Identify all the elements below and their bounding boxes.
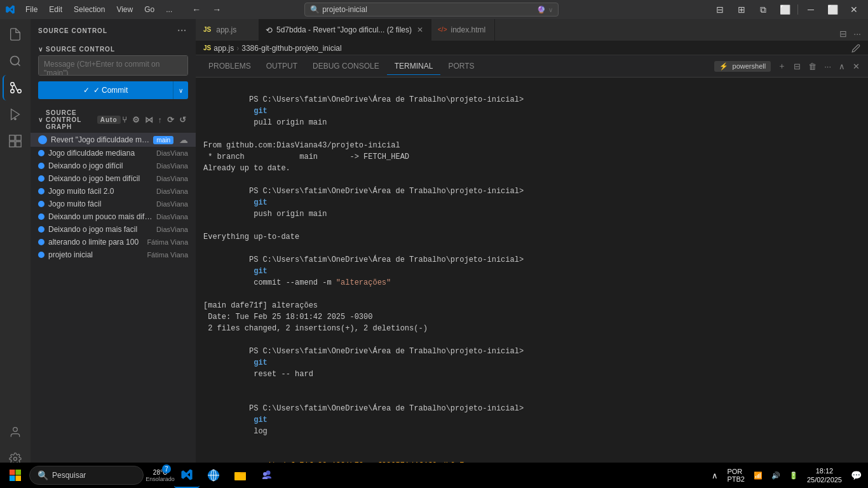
taskbar-browser-app[interactable] <box>201 463 226 488</box>
scg-merge-icon[interactable]: ⋈ <box>144 114 155 126</box>
taskbar-vscode-app[interactable] <box>174 463 200 488</box>
tab-bar: JS app.js ⟲ 5d7bdda - Revert "Jogo dific… <box>196 19 868 41</box>
graph-item-4[interactable]: Jogo muito fácil 2.0 DiasViana <box>31 185 196 198</box>
scg-upload2-icon[interactable]: ⟳ <box>166 114 176 126</box>
breadcrumb-right <box>851 44 860 53</box>
terminal-line-3: * branch main -> FETCH_HEAD <box>203 151 860 163</box>
scg-refresh-icon[interactable]: ↺ <box>178 114 188 126</box>
taskbar-teams-app[interactable] <box>254 463 280 488</box>
breadcrumb: JS app.js › 3386-git-github-projeto_inic… <box>196 41 868 55</box>
explorer-activity-icon[interactable] <box>3 22 28 47</box>
taskbar-keyboard-icon[interactable]: PORPTB2 <box>723 463 749 488</box>
tab-label-app-js: app.js <box>216 25 236 34</box>
tab-revert[interactable]: ⟲ 5d7bdda - Revert "Jogo dificul... (2 f… <box>259 19 431 41</box>
taskbar-file-explorer-app[interactable] <box>227 463 253 488</box>
nav-forward-button[interactable]: → <box>208 1 226 18</box>
sidebar-more-icon[interactable]: ··· <box>176 24 188 37</box>
kill-terminal-icon[interactable]: 🗑 <box>805 60 820 73</box>
split-editor-icon[interactable]: ⊟ <box>837 27 849 41</box>
layout-icon-3[interactable]: ⧉ <box>754 1 772 18</box>
menu-view[interactable]: View <box>111 3 138 16</box>
panel-close-icon[interactable]: ✕ <box>850 60 863 73</box>
svg-rect-9 <box>16 135 21 140</box>
tab-debug-console[interactable]: DEBUG CONSOLE <box>305 58 387 75</box>
breadcrumb-filename[interactable]: app.js <box>214 44 234 53</box>
terminal-instance-label[interactable]: ⚡ powershell <box>714 61 771 72</box>
graph-item-0[interactable]: Revert "Jogo dificuldade mediana"... mai… <box>31 133 196 147</box>
tab-icon-app-js: JS <box>202 26 212 33</box>
new-terminal-icon[interactable]: ＋ <box>775 58 789 74</box>
layout-icon-2[interactable]: ⊞ <box>733 1 750 18</box>
graph-item-2[interactable]: Deixando o jogo difícil DiasViana <box>31 159 196 172</box>
commit-message-input[interactable] <box>38 55 188 76</box>
taskbar-notification-center[interactable]: 💬 <box>847 463 865 488</box>
graph-item-3[interactable]: Deixando o jogo bem difícil DiasViana <box>31 172 196 185</box>
maximize-button[interactable]: ⬜ <box>824 1 841 18</box>
menu-edit[interactable]: Edit <box>44 3 67 16</box>
tab-output[interactable]: OUTPUT <box>259 58 305 75</box>
search-activity-icon[interactable] <box>3 48 28 74</box>
main-layout: SOURCE CONTROL ··· ∨ SOURCE CONTROL ✓ ✓ … <box>0 19 868 474</box>
graph-item-1[interactable]: Jogo dificuldade mediana DiasViana <box>31 147 196 159</box>
terminal-more-icon[interactable]: ··· <box>821 60 834 73</box>
taskbar-battery-icon[interactable]: 🔋 <box>785 463 802 488</box>
scg-upload-icon[interactable]: ↑ <box>157 114 165 126</box>
account-activity-icon[interactable] <box>3 419 28 445</box>
graph-item-6[interactable]: Deixando um pouco mais difícil DiasViana <box>31 210 196 223</box>
taskbar-search[interactable]: 🔍 Pesquisar <box>29 466 144 485</box>
start-button[interactable] <box>3 463 28 488</box>
svg-point-3 <box>11 90 15 93</box>
tab-terminal[interactable]: TERMINAL <box>387 58 441 75</box>
scg-header[interactable]: ∨ SOURCE CONTROL GRAPH Auto ⑂ ⚙ ⋈ ↑ ⟳ ↺ <box>31 107 196 133</box>
graph-item-text-3: Deixando o jogo bem difícil <box>48 174 153 183</box>
graph-item-9[interactable]: projeto inicial Fátima Viana <box>31 248 196 261</box>
close-button[interactable]: ✕ <box>845 1 863 18</box>
taskbar-tray-icons[interactable]: ∧ <box>708 463 722 488</box>
graph-author-4: DiasViana <box>156 187 188 195</box>
scg-settings-icon[interactable]: ⚙ <box>131 114 142 126</box>
taskbar-sound-icon[interactable]: 🔊 <box>768 463 784 488</box>
svg-point-7 <box>14 118 17 121</box>
layout-icon-1[interactable]: ⊟ <box>711 1 729 18</box>
minimize-button[interactable]: ─ <box>802 1 820 18</box>
tab-close-revert[interactable]: ✕ <box>416 25 424 35</box>
tab-app-js[interactable]: JS app.js <box>196 19 259 41</box>
source-control-activity-icon[interactable] <box>3 75 28 100</box>
taskbar-weather-desc: Ensolarado <box>146 476 175 482</box>
checkmark-icon: ✓ <box>83 86 90 95</box>
layout-icon-4[interactable]: ⬜ <box>776 1 794 18</box>
commit-arrow-button[interactable]: ∨ <box>173 81 188 99</box>
menu-go[interactable]: Go <box>139 3 159 16</box>
menu-file[interactable]: File <box>20 3 43 16</box>
menu-selection[interactable]: Selection <box>69 3 110 16</box>
open-changes-icon[interactable] <box>851 44 860 53</box>
tab-index-html[interactable]: </> index.html <box>431 19 495 41</box>
source-control-section: ∨ SOURCE CONTROL ✓ ✓ Commit ∨ <box>31 39 196 102</box>
extensions-activity-icon[interactable] <box>3 128 28 154</box>
scg-branch-icon[interactable]: ⑂ <box>121 114 129 126</box>
panel-tabs-right: ⚡ powershell ＋ ⊟ 🗑 ··· ∧ ✕ <box>714 58 864 74</box>
menu-more[interactable]: ... <box>161 3 177 16</box>
graph-item-5[interactable]: Jogo muito fácil DiasViana <box>31 198 196 210</box>
run-debug-activity-icon[interactable] <box>3 102 28 127</box>
breadcrumb-branch[interactable]: 3386-git-github-projeto_inicial <box>241 44 341 53</box>
more-actions-icon[interactable]: ··· <box>851 27 863 41</box>
source-control-section-title[interactable]: ∨ SOURCE CONTROL <box>38 43 188 55</box>
tab-ports[interactable]: PORTS <box>440 58 482 75</box>
taskbar-clock[interactable]: 18:12 25/02/2025 <box>803 463 846 488</box>
terminal-content[interactable]: PS C:\Users\fatim\OneDrive\Área de Traba… <box>196 78 868 474</box>
titlebar-search-dropdown[interactable]: ∨ <box>548 6 553 13</box>
graph-author-1: DiasViana <box>156 149 188 157</box>
commit-button[interactable]: ✓ ✓ Commit <box>38 81 173 99</box>
panel-maximize-icon[interactable]: ∧ <box>836 60 848 73</box>
taskbar-widgets[interactable]: 7 28°C Ensolarado <box>147 463 173 488</box>
titlebar-search-icon2: 🔮 <box>537 6 546 14</box>
tab-problems[interactable]: PROBLEMS <box>201 58 259 75</box>
graph-item-7[interactable]: Deixando o jogo mais facil DiasViana <box>31 223 196 236</box>
graph-item-8[interactable]: alterando o limite para 100 Fátima Viana <box>31 236 196 248</box>
taskbar-network-icon[interactable]: 📶 <box>750 463 766 488</box>
tab-label-index-html: index.html <box>451 25 486 34</box>
nav-back-button[interactable]: ← <box>187 1 205 18</box>
titlebar-search[interactable]: 🔍 projeto-inicial 🔮 ∨ <box>304 3 559 17</box>
split-terminal-icon[interactable]: ⊟ <box>790 60 804 73</box>
